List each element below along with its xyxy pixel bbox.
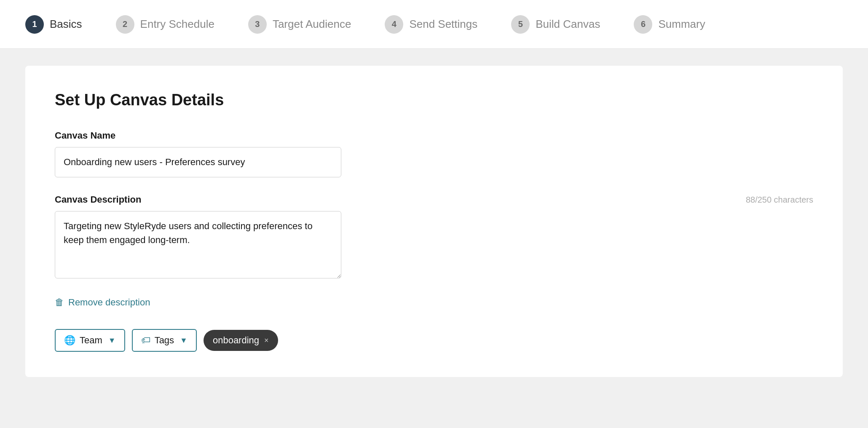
globe-icon: 🌐 — [64, 335, 75, 346]
step-6-label: Summary — [658, 18, 705, 31]
step-5-label: Build Canvas — [536, 18, 600, 31]
canvas-desc-section: Canvas Description 88/250 characters Tar… — [55, 194, 813, 280]
step-4-circle: 4 — [385, 15, 403, 34]
step-4-label: Send Settings — [409, 18, 477, 31]
step-2-entry-schedule[interactable]: 2 Entry Schedule — [99, 15, 231, 34]
tags-btn-label: Tags — [155, 335, 174, 346]
step-5-circle: 5 — [511, 15, 530, 34]
tags-row: 🌐 Team ▼ 🏷 Tags ▼ onboarding × — [55, 329, 813, 352]
team-chevron-icon: ▼ — [108, 336, 116, 345]
tags-chevron-icon: ▼ — [180, 336, 188, 345]
canvas-desc-header-row: Canvas Description 88/250 characters — [55, 194, 813, 205]
tag-badge-label: onboarding — [213, 335, 259, 346]
canvas-desc-label: Canvas Description — [55, 194, 141, 205]
stepper-nav: 1 Basics 2 Entry Schedule 3 Target Audie… — [0, 0, 868, 49]
step-1-label: Basics — [50, 18, 82, 31]
canvas-name-input[interactable] — [55, 147, 341, 177]
canvas-name-section: Canvas Name — [55, 130, 813, 177]
step-1-circle: 1 — [25, 15, 44, 34]
step-6-summary[interactable]: 6 Summary — [617, 15, 722, 34]
textarea-wrapper: Targeting new StyleRyde users and collec… — [55, 211, 341, 280]
page-title: Set Up Canvas Details — [55, 91, 813, 109]
tag-badge-onboarding: onboarding × — [204, 330, 278, 351]
canvas-desc-textarea[interactable]: Targeting new StyleRyde users and collec… — [55, 211, 341, 278]
remove-desc-label: Remove description — [68, 297, 150, 308]
step-1-basics[interactable]: 1 Basics — [25, 15, 99, 34]
char-count: 88/250 characters — [746, 195, 813, 205]
team-dropdown-button[interactable]: 🌐 Team ▼ — [55, 329, 125, 352]
card: Set Up Canvas Details Canvas Name Canvas… — [25, 66, 843, 377]
remove-description-button[interactable]: 🗑 Remove description — [55, 297, 150, 308]
step-3-target-audience[interactable]: 3 Target Audience — [231, 15, 368, 34]
team-btn-label: Team — [80, 335, 102, 346]
tag-close-button[interactable]: × — [264, 337, 269, 344]
step-3-circle: 3 — [248, 15, 267, 34]
main-content: Set Up Canvas Details Canvas Name Canvas… — [0, 49, 868, 428]
step-4-send-settings[interactable]: 4 Send Settings — [368, 15, 494, 34]
step-3-label: Target Audience — [273, 18, 351, 31]
tags-dropdown-button[interactable]: 🏷 Tags ▼ — [132, 329, 197, 352]
step-6-circle: 6 — [634, 15, 652, 34]
step-2-circle: 2 — [116, 15, 134, 34]
canvas-name-label: Canvas Name — [55, 130, 813, 141]
trash-icon: 🗑 — [55, 297, 64, 308]
step-5-build-canvas[interactable]: 5 Build Canvas — [494, 15, 617, 34]
step-2-label: Entry Schedule — [140, 18, 214, 31]
tag-icon: 🏷 — [141, 335, 150, 346]
